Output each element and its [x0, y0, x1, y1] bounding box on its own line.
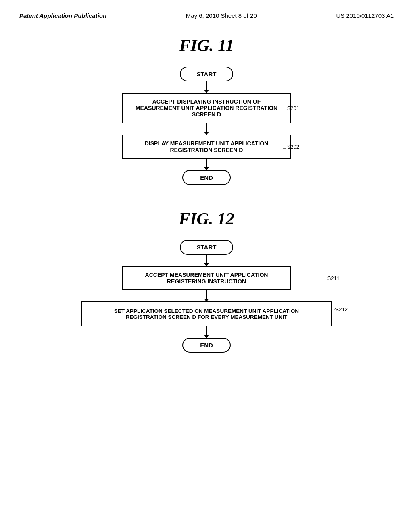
fig12-title: FIG. 12	[179, 209, 234, 229]
fig11-s202-label: ∟S202	[282, 144, 299, 150]
fig12-s211-node: ACCEPT MEASUREMENT UNIT APPLICATIONREGIS…	[122, 266, 291, 290]
fig12-arrow1	[206, 255, 207, 266]
date-sheet-label: May 6, 2010 Sheet 8 of 20	[186, 11, 257, 20]
fig11-s201-node: ACCEPT DISPLAYING INSTRUCTION OFMEASUREM…	[122, 93, 291, 123]
fig11-s201-text: ACCEPT DISPLAYING INSTRUCTION OFMEASUREM…	[136, 98, 277, 118]
fig11-s201-label: ∟S201	[282, 105, 299, 111]
fig12-s211-label: ∟S211	[322, 275, 340, 281]
fig12-flowchart: START ACCEPT MEASUREMENT UNIT APPLICATIO…	[69, 240, 344, 353]
fig11-start-node: START	[180, 66, 234, 81]
fig12-s212-node: SET APPLICATION SELECTED ON MEASUREMENT …	[81, 301, 332, 326]
fig12-start-node: START	[180, 240, 234, 255]
fig11-end-node: END	[182, 170, 231, 185]
fig11-s201-wrapper: ACCEPT DISPLAYING INSTRUCTION OFMEASUREM…	[106, 93, 307, 123]
fig12-end-wrapper: END	[69, 338, 344, 353]
fig11-section: FIG. 11 START ACCEPT DISPLAYING INSTRUCT…	[24, 36, 389, 185]
fig12-s211-text: ACCEPT MEASUREMENT UNIT APPLICATIONREGIS…	[145, 272, 268, 285]
fig11-title: FIG. 11	[179, 36, 234, 55]
fig12-s211-wrapper: ACCEPT MEASUREMENT UNIT APPLICATIONREGIS…	[69, 266, 344, 290]
fig12-s212-text: SET APPLICATION SELECTED ON MEASUREMENT …	[114, 308, 299, 320]
publication-label: Patent Application Publication	[19, 11, 106, 20]
fig11-arrow3	[206, 159, 207, 170]
fig12-section: FIG. 12 START ACCEPT MEASUREMENT UNIT AP…	[24, 209, 389, 353]
fig12-end-node: END	[182, 338, 231, 353]
fig12-s212-wrapper: SET APPLICATION SELECTED ON MEASUREMENT …	[69, 301, 344, 326]
fig11-flowchart: START ACCEPT DISPLAYING INSTRUCTION OFME…	[106, 66, 307, 185]
page-header: Patent Application Publication May 6, 20…	[0, 0, 413, 20]
fig12-arrow3	[206, 326, 207, 338]
fig12-arrow2	[206, 290, 207, 301]
fig11-arrow2	[206, 123, 207, 135]
fig12-s212-label: ∕S212	[334, 306, 348, 312]
fig12-start-wrapper: START	[69, 240, 344, 255]
fig11-end-wrapper: END	[106, 170, 307, 185]
fig11-arrow1	[206, 81, 207, 93]
fig11-s202-text: DISPLAY MEASUREMENT UNIT APPLICATIONREGI…	[145, 140, 268, 153]
patent-number-label: US 2010/0112703 A1	[336, 11, 394, 20]
fig11-s202-wrapper: DISPLAY MEASUREMENT UNIT APPLICATIONREGI…	[106, 135, 307, 159]
main-content: FIG. 11 START ACCEPT DISPLAYING INSTRUCT…	[0, 20, 413, 393]
fig11-s202-node: DISPLAY MEASUREMENT UNIT APPLICATIONREGI…	[122, 135, 291, 159]
fig11-start-wrapper: START	[106, 66, 307, 81]
